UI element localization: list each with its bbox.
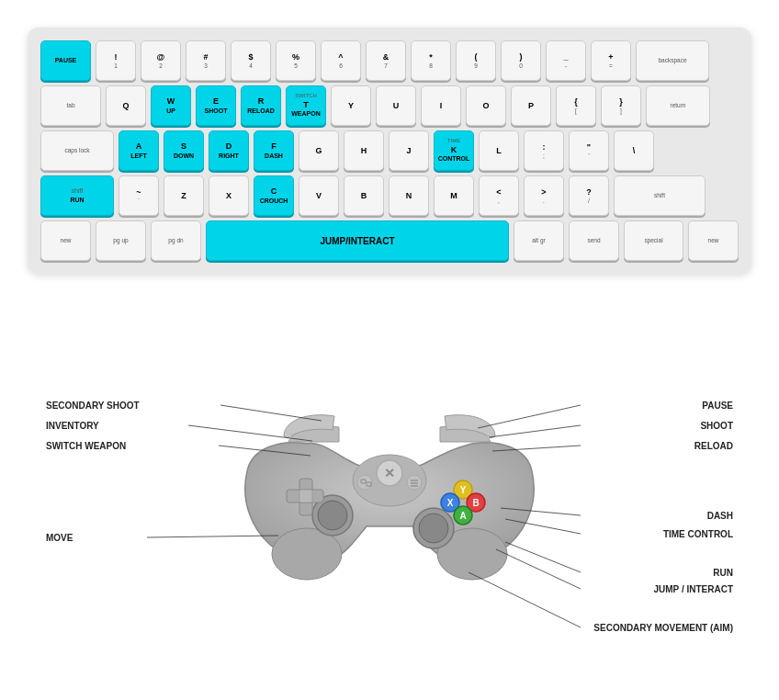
key-s: SDOWN	[164, 130, 204, 171]
key-t: SWITCHTWEAPON	[286, 85, 326, 126]
label-move: MOVE	[46, 533, 73, 543]
key-row-4: shift RUN ~` Z X CCROUCH V B N M <, >. ?…	[40, 175, 739, 216]
svg-text:X: X	[447, 498, 454, 508]
key-shift-left: shift RUN	[40, 175, 114, 216]
key-row-3: caps lock ALEFT SDOWN DRIGHT FDASH G H J…	[40, 130, 739, 171]
svg-text:B: B	[472, 498, 479, 508]
label-pause: PAUSE	[702, 401, 733, 411]
key-send: send	[569, 220, 619, 261]
key-h: H	[344, 130, 384, 171]
label-secondary-shoot: SECONDARY SHOOT	[46, 401, 140, 411]
svg-point-5	[407, 475, 422, 490]
key-row-5: new pg up pg dn JUMP/INTERACT alt gr sen…	[40, 220, 739, 261]
key-a: ALEFT	[119, 130, 159, 171]
key-pgdn: pg dn	[151, 220, 201, 261]
keyboard: PAUSE !1 @2 #3 $4 %5 ^6 &7 *8 (9 )0 _- +…	[28, 28, 751, 274]
key-row-2: tab Q WUP ESHOOT RRELOAD SWITCHTWEAPON Y…	[40, 85, 739, 126]
svg-text:A: A	[459, 511, 466, 521]
key-1: !1	[96, 40, 136, 81]
key-l: L	[479, 130, 519, 171]
key-equal: +=	[591, 40, 631, 81]
key-2: @2	[141, 40, 181, 81]
key-c: CCROUCH	[254, 175, 294, 216]
key-return: return	[646, 85, 710, 126]
key-shift-right: shift	[614, 175, 706, 216]
key-n: N	[389, 175, 429, 216]
key-7: &7	[366, 40, 406, 81]
key-special: special	[624, 220, 683, 261]
label-jump-interact: JUMP / INTERACT	[654, 584, 734, 594]
svg-text:Y: Y	[460, 485, 467, 495]
key-row-1: PAUSE !1 @2 #3 $4 %5 ^6 &7 *8 (9 )0 _- +…	[40, 40, 739, 81]
key-g: G	[299, 130, 339, 171]
key-altgr: alt gr	[514, 220, 564, 261]
label-run: RUN	[713, 568, 733, 578]
key-new-left: new	[40, 220, 91, 261]
key-x: X	[209, 175, 249, 216]
label-reload: RELOAD	[694, 441, 733, 451]
key-space: JUMP/INTERACT	[206, 220, 509, 261]
key-pause-label: PAUSE	[55, 57, 77, 64]
label-dash: DASH	[707, 511, 733, 521]
key-i: I	[421, 85, 461, 126]
key-p: P	[511, 85, 551, 126]
label-secondary-movement: SECONDARY MOVEMENT (AIM)	[593, 623, 733, 633]
label-switch-weapon: SWITCH WEAPON	[46, 441, 126, 451]
key-new-right: new	[688, 220, 739, 261]
controller-svg: ✕ Y X	[233, 361, 546, 591]
key-semi: :;	[524, 130, 564, 171]
label-time-control: TIME CONTROL	[663, 529, 733, 539]
key-gt: >.	[524, 175, 564, 216]
key-r: RRELOAD	[241, 85, 281, 126]
key-6: ^6	[321, 40, 361, 81]
key-8: *8	[411, 40, 451, 81]
key-tab: tab	[40, 85, 101, 126]
key-3: #3	[186, 40, 226, 81]
key-d: DRIGHT	[209, 130, 249, 171]
key-capslock: caps lock	[40, 130, 114, 171]
svg-point-13	[318, 501, 347, 530]
svg-rect-16	[299, 490, 312, 502]
key-backspace: backspace	[636, 40, 709, 81]
key-z: Z	[164, 175, 204, 216]
key-brace2: }]	[601, 85, 641, 126]
key-q: Q	[106, 85, 146, 126]
key-9: (9	[456, 40, 496, 81]
keyboard-section: PAUSE !1 @2 #3 $4 %5 ^6 &7 *8 (9 )0 _- +…	[0, 0, 779, 292]
svg-point-18	[419, 514, 448, 543]
key-y: Y	[331, 85, 371, 126]
key-pgup: pg up	[96, 220, 146, 261]
key-k: TIMEKCONTROL	[434, 130, 474, 171]
key-b: B	[344, 175, 384, 216]
key-backtick: ~`	[119, 175, 159, 216]
svg-text:✕: ✕	[384, 466, 395, 480]
key-f: FDASH	[254, 130, 294, 171]
key-0: )0	[501, 40, 541, 81]
controller-section: SECONDARY SHOOT INVENTORY SWITCH WEAPON …	[0, 292, 779, 660]
key-o: O	[466, 85, 506, 126]
key-minus: _-	[546, 40, 586, 81]
key-pause[interactable]: PAUSE	[40, 40, 91, 81]
key-u: U	[376, 85, 416, 126]
controller-wrapper: SECONDARY SHOOT INVENTORY SWITCH WEAPON …	[18, 301, 761, 641]
label-inventory: INVENTORY	[46, 421, 99, 431]
key-lt: <,	[479, 175, 519, 216]
label-shoot: SHOOT	[700, 421, 733, 431]
key-j: J	[389, 130, 429, 171]
key-slash: ?/	[569, 175, 609, 216]
key-v: V	[299, 175, 339, 216]
key-w: WUP	[151, 85, 191, 126]
key-m: M	[434, 175, 474, 216]
key-quote: "'	[569, 130, 609, 171]
key-backslash: \	[614, 130, 654, 171]
key-4: $4	[231, 40, 271, 81]
key-brace1: {[	[556, 85, 596, 126]
key-5: %5	[276, 40, 316, 81]
key-e: ESHOOT	[196, 85, 236, 126]
